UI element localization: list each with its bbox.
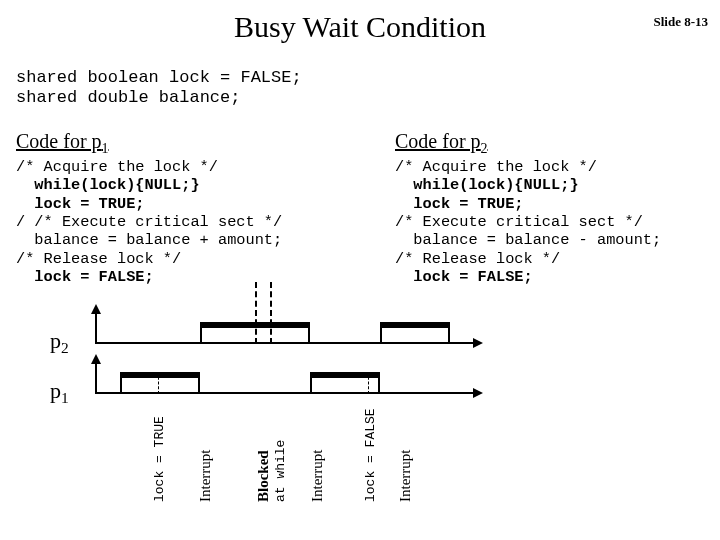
p1-xaxis-arrow (473, 388, 483, 398)
p2-l6: /* Release lock */ (395, 250, 560, 268)
label-blocked: Blocked (255, 450, 272, 502)
lane-label-p2: p2 (50, 328, 69, 357)
slide-title: Busy Wait Condition (0, 10, 720, 44)
p2-yaxis (95, 312, 97, 344)
p2-l1: /* Acquire the lock */ (395, 158, 597, 176)
p2-xaxis (95, 342, 475, 344)
p2-fall1 (308, 322, 310, 344)
p1-yaxis (95, 362, 97, 394)
label-interrupt-3: Interrupt (397, 450, 414, 502)
p2-run-seg2 (380, 322, 450, 328)
code-header-p1-sub: 1 (102, 141, 109, 156)
p1-rise1 (120, 372, 122, 394)
dash-blocked-right (270, 282, 272, 344)
code-block-p2: /* Acquire the lock */ while(lock){NULL;… (395, 158, 661, 286)
code-header-p1: Code for p1 (16, 130, 109, 157)
label-lock-true: lock = TRUE (152, 416, 167, 502)
p2-l3: lock = TRUE; (395, 195, 524, 213)
p2-l4: /* Execute critical sect */ (395, 213, 643, 231)
timing-diagram: p2 p1 (90, 292, 550, 512)
lane-p1-sub: 1 (61, 389, 69, 406)
slide-root: Busy Wait Condition Slide 8-13 shared bo… (0, 0, 720, 540)
lane-p1-text: p (50, 378, 61, 403)
code-header-p2-sub: 2 (481, 141, 488, 156)
p1-l3: lock = TRUE; (16, 195, 145, 213)
dash-lock-true (158, 372, 159, 394)
lane-label-p1: p1 (50, 378, 69, 407)
p1-l2: while(lock){NULL;} (16, 176, 200, 194)
code-header-p2: Code for p2 (395, 130, 488, 157)
p1-l4: / /* Execute critical sect */ (16, 213, 282, 231)
label-lock-false: lock = FALSE (363, 408, 378, 502)
p1-run-seg2 (310, 372, 380, 378)
p1-xaxis (95, 392, 475, 394)
p2-rise1 (200, 322, 202, 344)
p2-yaxis-arrow (91, 304, 101, 314)
p2-xaxis-arrow (473, 338, 483, 348)
p1-l1: /* Acquire the lock */ (16, 158, 218, 176)
lane-p2-text: p (50, 328, 61, 353)
label-at-while: at while (273, 440, 288, 502)
p1-l7: lock = FALSE; (16, 268, 154, 286)
shared-decls: shared boolean lock = FALSE; shared doub… (16, 68, 302, 109)
p2-l5: balance = balance - amount; (395, 231, 661, 249)
p2-fall2 (448, 322, 450, 344)
code-header-p1-text: Code for p (16, 130, 102, 152)
p1-fall1 (198, 372, 200, 394)
p1-fall2 (378, 372, 380, 394)
p2-rise2 (380, 322, 382, 344)
label-interrupt-1: Interrupt (197, 450, 214, 502)
p2-l7: lock = FALSE; (395, 268, 533, 286)
label-interrupt-2: Interrupt (309, 450, 326, 502)
p1-yaxis-arrow (91, 354, 101, 364)
p1-l6: /* Release lock */ (16, 250, 181, 268)
dash-lock-false (368, 372, 369, 394)
dash-blocked-left (255, 282, 257, 344)
slide-number: Slide 8-13 (653, 14, 708, 30)
p2-l2: while(lock){NULL;} (395, 176, 579, 194)
p1-l5: balance = balance + amount; (16, 231, 282, 249)
lane-p2-sub: 2 (61, 339, 69, 356)
code-block-p1: /* Acquire the lock */ while(lock){NULL;… (16, 158, 282, 286)
p1-rise2 (310, 372, 312, 394)
code-header-p2-text: Code for p (395, 130, 481, 152)
p1-run-seg1 (120, 372, 200, 378)
